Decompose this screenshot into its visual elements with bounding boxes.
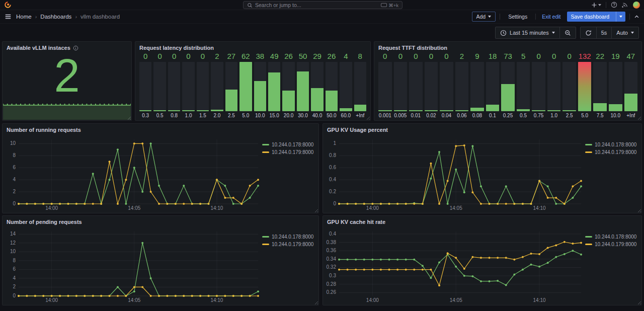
panel-title[interactable]: GPU KV Usage percent bbox=[327, 127, 388, 133]
bar-column: 1910.0 bbox=[609, 52, 622, 119]
bar-bucket-label: +Inf bbox=[354, 111, 366, 119]
bar-column: 00.001 bbox=[378, 52, 392, 119]
panel-running-requests: Number of running requests 024681014:001… bbox=[2, 123, 319, 213]
bar-track bbox=[282, 62, 294, 111]
bar-bucket-label: 0.08 bbox=[470, 111, 484, 119]
bar-value: 29 bbox=[311, 52, 323, 62]
panel-title[interactable]: GPU KV cache hit rate bbox=[327, 219, 385, 225]
svg-text:14:05: 14:05 bbox=[450, 205, 462, 211]
bar-track bbox=[409, 62, 423, 111]
bar-column: 47+Inf bbox=[624, 52, 638, 119]
bar-value: 49 bbox=[268, 52, 280, 62]
add-button[interactable]: Add bbox=[472, 12, 496, 22]
breadcrumb-dashboards[interactable]: Dashboards bbox=[40, 14, 71, 20]
legend-item[interactable]: 10.244.0.179:8000 bbox=[585, 242, 638, 247]
refresh-interval-label[interactable]: 5s bbox=[596, 27, 612, 38]
bar-fill bbox=[532, 110, 545, 111]
bar-bucket-label: 0.8 bbox=[168, 111, 180, 119]
svg-text:8: 8 bbox=[13, 258, 16, 263]
bar-bucket-label: 0.5 bbox=[153, 111, 166, 119]
panel-title[interactable]: Number of pending requests bbox=[7, 219, 82, 225]
svg-text:14:00: 14:00 bbox=[45, 205, 58, 211]
bar-bucket-label: 1.5 bbox=[197, 111, 209, 119]
breadcrumb-home[interactable]: Home bbox=[16, 14, 32, 20]
legend-item[interactable]: 10.244.0.178:8000 bbox=[262, 234, 315, 240]
legend-label: 10.244.0.178:8000 bbox=[272, 142, 313, 147]
legend-item[interactable]: 10.244.0.178:8000 bbox=[262, 142, 315, 147]
svg-text:14:00: 14:00 bbox=[366, 205, 379, 211]
divider bbox=[500, 14, 500, 20]
bar-column: 02.5 bbox=[562, 52, 576, 119]
svg-text:6: 6 bbox=[13, 266, 16, 272]
refresh-button[interactable] bbox=[581, 27, 596, 38]
svg-text:0.4: 0.4 bbox=[329, 231, 336, 237]
bar-fill bbox=[182, 110, 194, 111]
bar-column: 2650.0 bbox=[326, 52, 338, 119]
bar-bucket-label: 0.001 bbox=[378, 111, 392, 119]
time-range-picker[interactable]: Last 15 minutes bbox=[496, 27, 559, 38]
panel-request-ttft: Request TTFT distribution 00.00100.00500… bbox=[374, 41, 642, 121]
bar-column: 01.0 bbox=[182, 52, 194, 119]
panel-title[interactable]: Request latency distribution bbox=[139, 45, 214, 51]
legend-item[interactable]: 10.244.0.179:8000 bbox=[262, 242, 315, 247]
grafana-logo[interactable] bbox=[4, 1, 12, 9]
save-dashboard-caret[interactable] bbox=[616, 12, 625, 22]
bar-fill bbox=[211, 110, 223, 111]
legend-label: 10.244.0.179:8000 bbox=[272, 242, 313, 247]
svg-text:14:05: 14:05 bbox=[128, 205, 140, 211]
panel-title[interactable]: Request TTFT distribution bbox=[378, 45, 447, 51]
bar-track bbox=[624, 62, 638, 111]
new-item-button[interactable] bbox=[591, 2, 601, 8]
bar-fill bbox=[593, 103, 607, 111]
user-avatar[interactable] bbox=[633, 2, 640, 9]
legend-swatch bbox=[585, 244, 592, 245]
bar-fill bbox=[425, 110, 438, 111]
svg-text:8: 8 bbox=[13, 152, 16, 158]
chart-legend: 10.244.0.178:800010.244.0.179:8000 bbox=[262, 135, 317, 211]
help-icon[interactable] bbox=[611, 2, 617, 8]
bar-bucket-label: 0.75 bbox=[532, 111, 545, 119]
bar-gauge: 00.00100.00500.0100.0200.0420.0690.08180… bbox=[374, 52, 641, 119]
bar-fill bbox=[153, 110, 166, 111]
bar-fill bbox=[268, 72, 280, 111]
bar-bucket-label: 0.02 bbox=[425, 111, 438, 119]
bar-value: 38 bbox=[254, 52, 266, 62]
settings-button[interactable]: Settings bbox=[504, 12, 531, 22]
bar-value: 50 bbox=[297, 52, 309, 62]
clock-icon bbox=[500, 30, 507, 36]
legend-swatch bbox=[585, 151, 592, 153]
dashboard-canvas: Available vLLM instaces 2 Request latenc… bbox=[0, 40, 644, 309]
panel-title[interactable]: Number of running requests bbox=[7, 127, 81, 133]
menu-icon[interactable] bbox=[5, 13, 12, 20]
bar-column: 00.005 bbox=[394, 52, 408, 119]
breadcrumb-bar: Home › Dashboards › vllm dashboard Add S… bbox=[0, 10, 644, 24]
bar-value: 0 bbox=[562, 52, 576, 62]
bar-fill bbox=[282, 91, 294, 111]
save-dashboard-button[interactable]: Save dashboard bbox=[567, 12, 625, 22]
zoom-out-button[interactable] bbox=[559, 27, 576, 38]
bar-track bbox=[254, 62, 266, 111]
exit-edit-button[interactable]: Exit edit bbox=[540, 12, 562, 22]
auto-refresh-picker[interactable]: Auto bbox=[611, 27, 638, 38]
bar-track bbox=[486, 62, 500, 111]
bar-value: 0 bbox=[394, 52, 408, 62]
search-shortcut: ⌘+k bbox=[388, 3, 398, 8]
svg-text:14:10: 14:10 bbox=[533, 297, 546, 303]
legend-item[interactable]: 10.244.0.179:8000 bbox=[262, 149, 315, 155]
bar-track bbox=[593, 62, 607, 111]
legend-item[interactable]: 10.244.0.179:8000 bbox=[585, 149, 638, 155]
bar-bucket-label: 10.0 bbox=[254, 111, 266, 119]
bar-value: 0 bbox=[182, 52, 194, 62]
bar-column: 2940.0 bbox=[311, 52, 323, 119]
legend-item[interactable]: 10.244.0.178:8000 bbox=[585, 234, 638, 240]
chevron-up-icon[interactable] bbox=[634, 14, 639, 20]
news-icon[interactable] bbox=[622, 2, 628, 8]
bar-column: 5030.0 bbox=[297, 52, 309, 119]
legend-item[interactable]: 10.244.0.178:8000 bbox=[585, 142, 638, 147]
bar-column: 227.5 bbox=[593, 52, 607, 119]
bar-value: 26 bbox=[326, 52, 338, 62]
bar-track bbox=[532, 62, 545, 111]
search-input[interactable]: Search or jump to... ⌘+k bbox=[243, 1, 403, 9]
bar-fill bbox=[139, 110, 151, 111]
top-nav: Search or jump to... ⌘+k bbox=[0, 0, 644, 10]
